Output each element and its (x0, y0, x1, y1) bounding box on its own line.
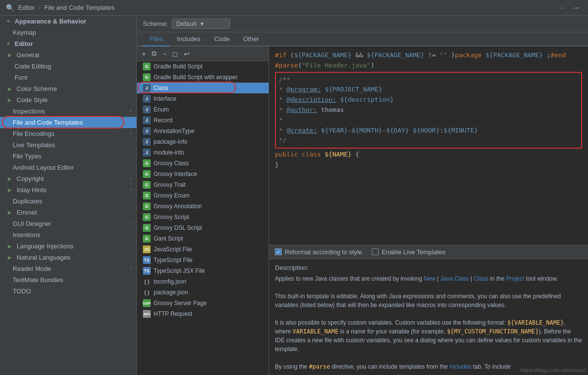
list-item[interactable]: G Groovy Interface (137, 169, 269, 179)
desc-link-includes[interactable]: Includes (450, 363, 472, 370)
code-line: #parse("File Header.java") (275, 61, 582, 71)
checkbox-icon (275, 248, 282, 255)
list-item[interactable]: G Groovy Trait (137, 179, 269, 190)
list-item[interactable]: JS JavaScript File (137, 244, 269, 255)
java-icon: J (143, 106, 151, 113)
sidebar-item-code-style[interactable]: ▶ Code Style (0, 94, 136, 106)
template-button[interactable]: ◻ (170, 49, 180, 59)
list-item[interactable]: API HTTP Request (137, 309, 269, 319)
list-item[interactable]: G Gant Script (137, 233, 269, 244)
ts-icon: TS (143, 256, 151, 264)
sidebar-item-duplicates[interactable]: Duplicates (0, 196, 136, 207)
expand-arrow: ▼ (6, 19, 12, 24)
forward-arrow[interactable]: → (570, 3, 582, 12)
reset-button[interactable]: ↩ (182, 49, 192, 59)
expand-arrow: ▶ (8, 243, 14, 249)
sidebar-item-intentions[interactable]: Intentions (0, 229, 136, 241)
desc-link-new[interactable]: New (424, 275, 435, 282)
list-item[interactable]: G Groovy Enum (137, 190, 269, 201)
sidebar-item-label: Reader Mode (13, 265, 51, 272)
desc-code-var-name: VARIABLE_NAME (293, 328, 339, 335)
code-line: * @create: ${YEAR}-${MONTH}-${DAY} ${HOU… (279, 126, 578, 136)
sidebar-item-inspections[interactable]: Inspections ⚬ (0, 106, 136, 117)
list-item[interactable]: J Enum (137, 104, 269, 115)
code-line: * @program: ${PROJECT_NAME} (279, 85, 578, 95)
list-item[interactable]: G Groovy Annotation (137, 201, 269, 212)
list-item[interactable]: TS TypeScript JSX File (137, 265, 269, 276)
tab-includes[interactable]: Includes (170, 32, 207, 46)
code-line: * @author: thomas (279, 105, 578, 115)
sidebar-item-file-types[interactable]: File Types (0, 151, 136, 162)
list-item[interactable]: J Interface (137, 93, 269, 104)
list-item[interactable]: G Groovy Class (137, 158, 269, 169)
sidebar-item-android-layout-editor[interactable]: Android Layout Editor (0, 162, 136, 173)
sidebar-item-editor[interactable]: ▼ Editor (0, 38, 136, 49)
list-item[interactable]: G Gradle Build Script (137, 61, 269, 72)
java-icon: J (143, 149, 151, 156)
sidebar-item-natural-languages[interactable]: ▶ Natural Languages (0, 252, 136, 263)
sidebar-item-reader-mode[interactable]: Reader Mode ⚬ (0, 263, 136, 274)
file-item-name: Gant Script (154, 235, 183, 242)
sidebar: ▼ Appearance & Behavior Keymap ▼ Editor … (0, 16, 137, 375)
scheme-dropdown[interactable]: Default ▾ (172, 19, 230, 29)
add-button[interactable]: + (140, 49, 148, 59)
desc-link-class[interactable]: Class (474, 275, 488, 282)
reformat-checkbox[interactable]: Reformat according to style (275, 248, 362, 256)
list-item[interactable]: { } tsconfig.json (137, 276, 269, 287)
list-item[interactable]: GSP Groovy Server Page (137, 298, 269, 309)
tab-code[interactable]: Code (207, 32, 236, 46)
js-icon: JS (143, 245, 151, 253)
sidebar-item-general[interactable]: ▶ General (0, 49, 136, 61)
desc-link-java-class[interactable]: Java Class (440, 275, 469, 282)
expand-arrow: ▶ (8, 210, 14, 215)
list-item[interactable]: J AnnotationType (137, 126, 269, 136)
file-item-name: Class (154, 85, 168, 91)
sidebar-item-gui-designer[interactable]: GUI Designer ⚬ (0, 218, 136, 229)
list-item-class[interactable]: J Class (137, 83, 269, 93)
description-label: Description: (275, 263, 582, 273)
list-item[interactable]: J module-info (137, 147, 269, 158)
list-item[interactable]: J Record (137, 115, 269, 126)
live-templates-label: Enable Live Templates (382, 248, 446, 256)
sidebar-item-color-scheme[interactable]: ▶ Color Scheme (0, 83, 136, 94)
desc-link-project[interactable]: Project (506, 275, 524, 282)
sidebar-item-label: Color Scheme (17, 85, 57, 92)
sidebar-item-emmet[interactable]: ▶ Emmet (0, 207, 136, 218)
list-item[interactable]: { } package.json (137, 287, 269, 298)
file-item-name: Groovy DSL Script (154, 224, 202, 231)
copy-button[interactable]: ⧉ (150, 48, 158, 59)
sidebar-item-copyright[interactable]: ▶ Copyright ⚬ (0, 173, 136, 184)
sidebar-item-appearance[interactable]: ▼ Appearance & Behavior (0, 16, 136, 27)
sidebar-item-language-injections[interactable]: ▶ Language Injections (0, 241, 136, 252)
search-icon[interactable]: 🔍 (6, 4, 14, 12)
list-item[interactable]: G Groovy DSL Script (137, 222, 269, 233)
desc-paragraph-3: It is also possible to specify custom va… (275, 318, 582, 353)
tab-other[interactable]: Other (236, 32, 266, 46)
remove-button[interactable]: − (160, 49, 168, 59)
live-templates-checkbox[interactable]: Enable Live Templates (372, 248, 446, 256)
sidebar-item-file-code-templates[interactable]: File and Code Templates (0, 117, 136, 128)
sidebar-item-label: GUI Designer (13, 220, 51, 227)
sidebar-item-code-editing[interactable]: Code Editing (0, 61, 136, 72)
back-arrow[interactable]: ← (557, 3, 568, 12)
tab-files[interactable]: Files (143, 32, 170, 46)
sidebar-item-label: Emmet (17, 209, 37, 216)
sidebar-item-textmate-bundles[interactable]: TextMate Bundles (0, 274, 136, 286)
code-line: #if (${PACKAGE_NAME} && ${PACKAGE_NAME} … (275, 50, 582, 61)
code-editor[interactable]: #if (${PACKAGE_NAME} && ${PACKAGE_NAME} … (269, 46, 588, 245)
sidebar-item-font[interactable]: Font (0, 72, 136, 83)
sidebar-item-file-encodings[interactable]: File Encodings ⚬ (0, 128, 136, 139)
list-item[interactable]: TS TypeScript File (137, 255, 269, 265)
list-item[interactable]: J package-info (137, 136, 269, 147)
tabs-bar: Files Includes Code Other (137, 32, 588, 46)
sidebar-item-todo[interactable]: TODO (0, 286, 136, 297)
list-item[interactable]: G Groovy Script (137, 212, 269, 222)
list-item[interactable]: G Gradle Build Script with wrapper (137, 72, 269, 83)
json-icon: { } (143, 288, 151, 296)
file-item-name: Enum (154, 106, 169, 113)
sidebar-item-inlay-hints[interactable]: ▶ Inlay Hints ⚬ (0, 184, 136, 196)
sidebar-item-live-templates[interactable]: Live Templates (0, 139, 136, 151)
groovy-icon: G (143, 63, 151, 70)
bottom-options: Reformat according to style Enable Live … (269, 245, 588, 259)
sidebar-item-keymap[interactable]: Keymap (0, 27, 136, 38)
